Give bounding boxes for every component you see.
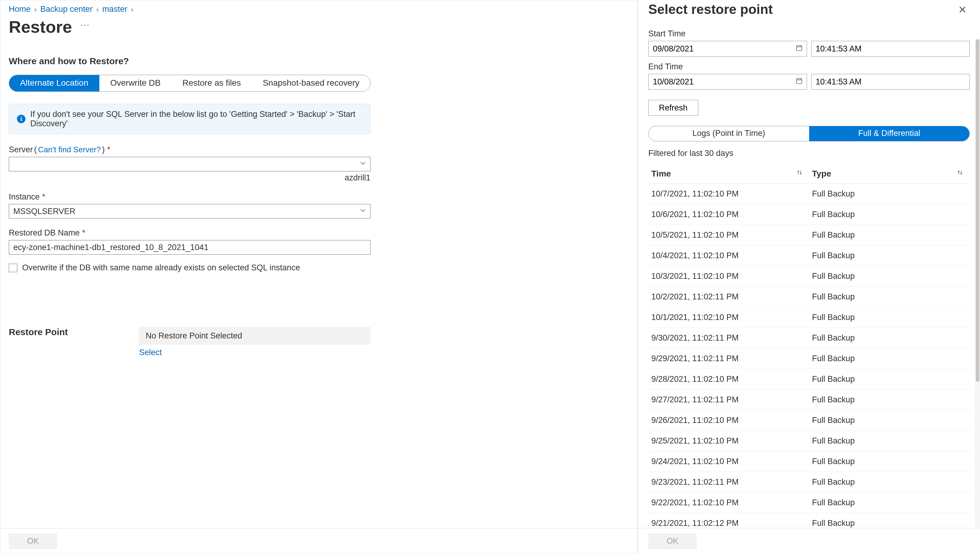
- cell-time: 10/4/2021, 11:02:10 PM: [648, 245, 809, 266]
- server-help-link[interactable]: Can't find Server?: [38, 145, 101, 154]
- breadcrumb: Home › Backup center › master ›: [0, 0, 637, 15]
- table-row[interactable]: 10/6/2021, 11:02:10 PMFull Backup: [648, 204, 970, 225]
- cell-type: Full Backup: [809, 369, 970, 390]
- overwrite-checkbox-label: Overwrite if the DB with same name alrea…: [22, 263, 300, 272]
- start-time-input[interactable]: [811, 41, 970, 57]
- end-time-input[interactable]: [811, 74, 970, 90]
- table-row[interactable]: 9/21/2021, 11:02:12 PMFull Backup: [648, 513, 970, 528]
- cell-time: 9/22/2021, 11:02:10 PM: [648, 492, 809, 513]
- tab-full-differential[interactable]: Full & Differential: [809, 126, 970, 141]
- table-row[interactable]: 9/30/2021, 11:02:11 PMFull Backup: [648, 328, 970, 349]
- table-row[interactable]: 10/7/2021, 11:02:10 PMFull Backup: [648, 184, 970, 204]
- tab-snapshot-recovery[interactable]: Snapshot-based recovery: [252, 75, 370, 91]
- scrollbar[interactable]: [975, 39, 980, 528]
- cell-type: Full Backup: [809, 266, 970, 287]
- required-icon: *: [82, 228, 85, 238]
- table-row[interactable]: 9/22/2021, 11:02:10 PMFull Backup: [648, 492, 970, 513]
- panel-ok-button[interactable]: OK: [648, 533, 697, 549]
- restore-point-label: Restore Point: [9, 327, 109, 337]
- info-text: If you don't see your SQL Server in the …: [30, 110, 362, 128]
- table-row[interactable]: 10/5/2021, 11:02:10 PMFull Backup: [648, 225, 970, 245]
- restore-mode-tabs: Alternate Location Overwrite DB Restore …: [9, 75, 370, 92]
- section-title-where: Where and how to Restore?: [9, 56, 370, 66]
- filter-info-text: Filtered for last 30 days: [648, 149, 970, 158]
- instance-label: Instance: [9, 192, 40, 202]
- required-icon: *: [42, 192, 45, 202]
- cell-time: 9/29/2021, 11:02:11 PM: [648, 349, 809, 369]
- table-row[interactable]: 9/23/2021, 11:02:11 PMFull Backup: [648, 472, 970, 492]
- table-row[interactable]: 9/24/2021, 11:02:10 PMFull Backup: [648, 451, 970, 472]
- tab-overwrite-db[interactable]: Overwrite DB: [99, 75, 171, 91]
- cell-time: 9/27/2021, 11:02:11 PM: [648, 390, 809, 410]
- scrollbar-thumb[interactable]: [976, 39, 979, 381]
- col-time-header[interactable]: Time: [648, 164, 809, 184]
- table-row[interactable]: 9/25/2021, 11:02:10 PMFull Backup: [648, 431, 970, 451]
- cell-type: Full Backup: [809, 245, 970, 266]
- crumb-backup-center[interactable]: Backup center: [40, 5, 93, 14]
- restored-db-input[interactable]: [9, 240, 370, 255]
- ok-button[interactable]: OK: [9, 533, 57, 549]
- cell-time: 9/24/2021, 11:02:10 PM: [648, 451, 809, 472]
- page-title: Restore: [9, 17, 72, 37]
- cell-time: 9/26/2021, 11:02:10 PM: [648, 410, 809, 431]
- server-hint: azdrill1: [9, 173, 370, 183]
- tab-restore-as-files[interactable]: Restore as files: [171, 75, 252, 91]
- start-date-input[interactable]: [648, 41, 807, 57]
- cell-time: 9/21/2021, 11:02:12 PM: [648, 513, 809, 528]
- table-row[interactable]: 9/29/2021, 11:02:11 PMFull Backup: [648, 349, 970, 369]
- start-time-label: Start Time: [648, 29, 970, 38]
- table-row[interactable]: 9/28/2021, 11:02:10 PMFull Backup: [648, 369, 970, 390]
- cell-type: Full Backup: [809, 349, 970, 369]
- info-banner: i If you don't see your SQL Server in th…: [9, 104, 370, 134]
- panel-footer: OK: [638, 528, 980, 554]
- server-help-open: (: [34, 145, 37, 154]
- server-label: Server: [9, 145, 33, 154]
- cell-type: Full Backup: [809, 410, 970, 431]
- info-icon: i: [17, 115, 26, 123]
- required-icon: *: [107, 145, 110, 154]
- cell-type: Full Backup: [809, 472, 970, 492]
- table-row[interactable]: 10/1/2021, 11:02:10 PMFull Backup: [648, 307, 970, 328]
- crumb-home[interactable]: Home: [9, 5, 30, 14]
- crumb-master[interactable]: master: [102, 5, 128, 14]
- cell-time: 10/5/2021, 11:02:10 PM: [648, 225, 809, 245]
- cell-type: Full Backup: [809, 204, 970, 225]
- end-date-input[interactable]: [648, 74, 807, 90]
- chevron-right-icon: ›: [32, 5, 38, 14]
- close-icon[interactable]: ✕: [955, 2, 970, 18]
- sort-icon: [956, 169, 964, 178]
- table-row[interactable]: 9/26/2021, 11:02:10 PMFull Backup: [648, 410, 970, 431]
- cell-time: 10/7/2021, 11:02:10 PM: [648, 184, 809, 204]
- restore-point-status: No Restore Point Selected: [139, 327, 370, 345]
- instance-select[interactable]: MSSQLSERVER: [9, 204, 370, 218]
- cell-type: Full Backup: [809, 307, 970, 328]
- table-row[interactable]: 10/4/2021, 11:02:10 PMFull Backup: [648, 245, 970, 266]
- tab-logs-pitr[interactable]: Logs (Point in Time): [649, 126, 809, 141]
- sort-icon: [796, 169, 803, 178]
- table-row[interactable]: 9/27/2021, 11:02:11 PMFull Backup: [648, 390, 970, 410]
- main-area: Home › Backup center › master › Restore …: [0, 0, 638, 554]
- chevron-right-icon: ›: [94, 5, 101, 14]
- col-type-header[interactable]: Type: [809, 164, 970, 184]
- refresh-button[interactable]: Refresh: [648, 100, 698, 116]
- restore-point-type-tabs: Logs (Point in Time) Full & Differential: [648, 126, 970, 142]
- restored-db-label: Restored DB Name: [9, 228, 80, 238]
- server-select[interactable]: [9, 157, 370, 171]
- cell-time: 10/6/2021, 11:02:10 PM: [648, 204, 809, 225]
- cell-type: Full Backup: [809, 225, 970, 245]
- cell-type: Full Backup: [809, 390, 970, 410]
- tab-alternate-location[interactable]: Alternate Location: [9, 75, 99, 91]
- table-row[interactable]: 10/2/2021, 11:02:11 PMFull Backup: [648, 287, 970, 307]
- cell-type: Full Backup: [809, 431, 970, 451]
- cell-type: Full Backup: [809, 328, 970, 349]
- cell-time: 10/2/2021, 11:02:11 PM: [648, 287, 809, 307]
- cell-time: 9/30/2021, 11:02:11 PM: [648, 328, 809, 349]
- overwrite-checkbox[interactable]: [9, 264, 17, 272]
- table-row[interactable]: 10/3/2021, 11:02:10 PMFull Backup: [648, 266, 970, 287]
- panel-title: Select restore point: [648, 2, 773, 17]
- cell-time: 9/28/2021, 11:02:10 PM: [648, 369, 809, 390]
- restore-point-select-link[interactable]: Select: [139, 348, 370, 357]
- more-actions-button[interactable]: ···: [78, 19, 93, 30]
- cell-type: Full Backup: [809, 451, 970, 472]
- select-restore-point-panel: Select restore point ✕ Start Time End Ti…: [638, 0, 980, 554]
